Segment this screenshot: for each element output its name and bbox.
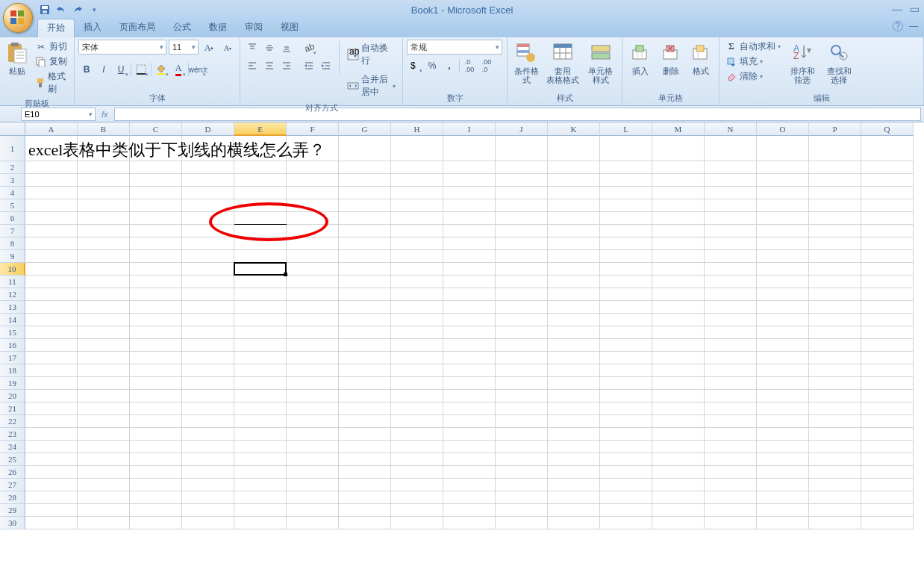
col-header-B[interactable]: B [78,122,130,136]
find-select-button[interactable]: 查找和 选择 [822,40,856,86]
orientation-button[interactable]: ab [301,40,317,56]
row-header-8[interactable]: 8 [0,237,25,250]
wrap-text-button[interactable]: ab自动换行 [344,40,399,69]
bold-button[interactable]: B [78,61,95,78]
col-header-I[interactable]: I [443,122,496,136]
fill-color-button[interactable] [153,61,169,78]
row-header-13[interactable]: 13 [0,301,25,314]
row-header-17[interactable]: 17 [0,352,25,364]
paste-button[interactable]: 粘贴 [4,40,31,77]
fill-button[interactable]: 填充▾ [723,55,783,69]
row-header-3[interactable]: 3 [0,174,25,187]
row-header-23[interactable]: 23 [0,428,25,441]
row-header-18[interactable]: 18 [0,364,25,377]
increase-decimal-button[interactable]: .0.00 [461,58,478,74]
phonetic-button[interactable]: wén文 [190,61,207,78]
row-header-24[interactable]: 24 [0,441,25,453]
tab-6[interactable]: 视图 [272,19,308,37]
merge-center-button[interactable]: 合并后居中▾ [344,71,399,101]
help-icon[interactable]: ? [893,21,903,31]
cut-button[interactable]: ✂剪切 [33,40,70,54]
col-header-Q[interactable]: Q [861,122,914,136]
row-header-27[interactable]: 27 [0,479,25,491]
decrease-font-button[interactable]: A▾ [219,40,236,56]
insert-cells-button[interactable]: 插入 [626,40,655,77]
col-header-A[interactable]: A [25,122,78,136]
align-center-button[interactable] [261,58,278,74]
col-header-G[interactable]: G [339,122,391,136]
copy-button[interactable]: 复制 [33,55,70,69]
align-middle-button[interactable] [261,40,278,56]
cell-styles-button[interactable]: 单元格 样式 [584,40,618,86]
col-header-J[interactable]: J [496,122,548,136]
format-cells-button[interactable]: 格式 [687,40,715,77]
tab-3[interactable]: 公式 [164,19,200,37]
row-header-4[interactable]: 4 [0,187,25,199]
col-header-O[interactable]: O [757,122,809,136]
col-header-D[interactable]: D [182,122,234,136]
row-header-15[interactable]: 15 [0,326,25,339]
col-header-N[interactable]: N [705,122,757,136]
select-all-corner[interactable] [0,122,25,136]
row-header-16[interactable]: 16 [0,339,25,352]
row-header-20[interactable]: 20 [0,390,25,402]
row-header-29[interactable]: 29 [0,504,25,517]
align-bottom-button[interactable] [278,40,295,56]
col-header-L[interactable]: L [600,122,652,136]
row-header-14[interactable]: 14 [0,314,25,326]
row-header-5[interactable]: 5 [0,199,25,212]
font-name-combo[interactable]: 宋体 [78,40,166,55]
comma-button[interactable]: , [441,58,458,74]
row-header-21[interactable]: 21 [0,402,25,415]
row-header-2[interactable]: 2 [0,161,25,174]
col-header-P[interactable]: P [809,122,861,136]
undo-icon[interactable] [54,2,69,17]
row-header-10[interactable]: 10 [0,263,25,276]
row-header-7[interactable]: 7 [0,225,25,237]
col-header-E[interactable]: E [234,122,287,136]
clear-button[interactable]: 清除▾ [723,69,783,84]
format-table-button[interactable]: 套用 表格格式 [544,40,581,86]
col-header-M[interactable]: M [652,122,705,136]
tab-0[interactable]: 开始 [37,19,75,37]
increase-indent-button[interactable] [318,58,334,74]
minimize-button[interactable]: — [892,3,902,15]
name-box[interactable]: E10 [21,108,96,121]
row-header-28[interactable]: 28 [0,491,25,504]
office-button[interactable] [3,3,33,33]
format-painter-button[interactable]: 格式刷 [33,69,70,96]
underline-button[interactable]: U [113,61,129,78]
fx-icon[interactable]: fx [102,110,108,119]
row-header-9[interactable]: 9 [0,250,25,263]
row-header-25[interactable]: 25 [0,453,25,466]
col-header-K[interactable]: K [548,122,600,136]
conditional-format-button[interactable]: 条件格式 [511,40,542,86]
row-header-11[interactable]: 11 [0,276,25,288]
maximize-button[interactable]: ▭ [910,3,920,15]
tab-1[interactable]: 插入 [75,19,110,37]
decrease-indent-button[interactable] [301,58,317,74]
decrease-decimal-button[interactable]: .00.0 [478,58,495,74]
accounting-format-button[interactable]: $ [407,58,423,74]
delete-cells-button[interactable]: 删除 [657,40,685,77]
percent-button[interactable]: % [424,58,440,74]
tab-5[interactable]: 审阅 [236,19,272,37]
number-format-combo[interactable]: 常规 [407,40,502,55]
row-header-26[interactable]: 26 [0,466,25,479]
autosum-button[interactable]: Σ自动求和▾ [723,40,783,54]
formula-bar[interactable] [114,108,921,121]
cell-grid[interactable]: excel表格中类似于下划线的横线怎么弄？ [25,136,924,574]
row-header-6[interactable]: 6 [0,212,25,225]
row-header-1[interactable]: 1 [0,136,25,161]
col-header-H[interactable]: H [391,122,443,136]
row-header-22[interactable]: 22 [0,415,25,428]
minimize-ribbon-button[interactable]: — [909,21,918,31]
font-color-button[interactable]: A [170,61,187,78]
border-button[interactable] [133,61,149,78]
col-header-C[interactable]: C [130,122,182,136]
align-top-button[interactable] [244,40,260,56]
tab-2[interactable]: 页面布局 [110,19,164,37]
align-left-button[interactable] [244,58,260,74]
align-right-button[interactable] [278,58,295,74]
italic-button[interactable]: I [96,61,112,78]
